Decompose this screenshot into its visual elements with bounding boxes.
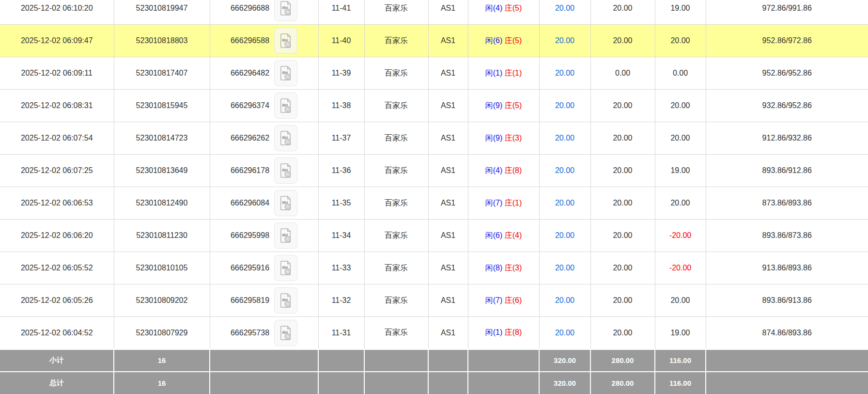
game-number-cell: 666296482 [210,57,318,90]
win-loss-cell: -20.00 [655,252,706,284]
summary-empty-round-cell [318,372,364,394]
video-replay-button[interactable] [274,222,297,249]
player-result: 闲(4) [485,4,503,12]
video-replay-button[interactable] [274,255,297,281]
bet-amount-link[interactable]: 20.00 [555,101,574,110]
round-text: 11-40 [332,36,351,45]
table-name-text: AS1 [441,264,455,272]
player-result: 闲(1) [485,69,503,77]
summary-valid-total-text: 280.00 [612,379,634,387]
table-row[interactable]: 2025-12-02 06:07:25523010813649666296178… [0,155,868,187]
win-loss-cell: 20.00 [655,284,706,317]
banker-result: 庄(3) [505,134,522,142]
win-loss-cell: 20.00 [655,187,706,220]
table-row[interactable]: 2025-12-02 06:05:52523010810105666295916… [0,252,868,284]
video-replay-button[interactable] [274,287,297,314]
table-row[interactable]: 2025-12-02 06:09:11523010817407666296482… [0,57,868,90]
player-result: 闲(4) [485,166,503,174]
bet-amount-link[interactable]: 20.00 [555,231,574,239]
summary-empty-game-cell [364,349,428,372]
video-replay-icon [279,228,293,243]
bet-amount-link[interactable]: 20.00 [555,134,574,142]
game-name-text: 百家乐 [385,296,408,304]
video-replay-button[interactable] [274,60,297,86]
player-result: 闲(7) [485,296,503,304]
bet-amount-link[interactable]: 20.00 [555,199,574,207]
video-replay-button[interactable] [274,28,297,54]
bet-time-text: 2025-12-02 06:06:53 [21,199,93,207]
table-row[interactable]: 2025-12-02 06:07:54523010814723666296262… [0,122,868,155]
video-replay-button[interactable] [274,0,297,21]
summary-empty-round-cell [318,349,364,372]
summary-bet-total-text: 320.00 [554,379,576,387]
bet-amount-link[interactable]: 20.00 [555,329,574,337]
order-number-cell: 523010815945 [114,90,210,122]
summary-label-cell: 总计 [0,372,114,394]
video-replay-button[interactable] [274,125,297,151]
game-number-cell: 666295819 [210,284,318,317]
bet-amount-cell: 20.00 [539,57,590,90]
result-cell: 闲(4) 庄(5) [468,0,539,25]
bet-time-text: 2025-12-02 06:09:11 [21,69,93,77]
result-cell: 闲(7) 庄(1) [468,187,539,220]
order-number-text: 523010810105 [136,264,188,272]
game-number-text: 666296374 [231,101,269,110]
game-number-text: 666295819 [231,296,269,305]
table-row[interactable]: 2025-12-02 06:04:52523010807929666295738… [0,317,868,349]
video-replay-button[interactable] [274,190,297,216]
valid-amount-text: 20.00 [613,36,632,45]
round-text: 11-35 [332,199,351,207]
order-number-cell: 523010813649 [114,155,210,187]
round-text: 11-32 [332,296,351,304]
table-row[interactable]: 2025-12-02 06:10:20523010819947666296688… [0,0,868,25]
game-name-cell: 百家乐 [364,284,428,317]
bet-time-cell: 2025-12-02 06:04:52 [0,317,114,349]
summary-empty-result-cell [468,349,539,372]
order-number-cell: 523010807929 [114,317,210,349]
bet-amount-link[interactable]: 20.00 [555,264,574,272]
valid-amount-cell: 20.00 [590,187,655,220]
game-number-cell: 666296084 [210,187,318,220]
win-loss-text: 20.00 [670,296,690,304]
bet-amount-link[interactable]: 20.00 [555,166,574,174]
game-number-text: 666295998 [231,231,269,240]
bet-amount-link[interactable]: 20.00 [555,296,574,304]
table-name-text: AS1 [441,69,455,77]
video-replay-button[interactable] [274,320,297,346]
bet-amount-link[interactable]: 20.00 [555,69,574,77]
summary-win-loss-total-text: 116.00 [669,379,691,387]
game-name-cell: 百家乐 [364,220,428,252]
valid-amount-text: 20.00 [613,231,632,239]
table-row[interactable]: 2025-12-02 06:09:47523010818803666296588… [0,25,868,57]
valid-amount-text: 20.00 [613,4,632,12]
game-number-wrap: 666296262 [210,125,318,151]
table-name-text: AS1 [441,231,455,239]
summary-bet-total-text: 320.00 [554,356,576,364]
win-loss-text: 19.00 [670,329,690,337]
table-name-text: AS1 [441,134,455,142]
bet-amount-link[interactable]: 20.00 [555,36,574,45]
result-cell: 闲(4) 庄(8) [468,155,539,187]
table-row[interactable]: 2025-12-02 06:06:20523010811230666295998… [0,220,868,252]
table-row[interactable]: 2025-12-02 06:08:31523010815945666296374… [0,90,868,122]
win-loss-text: 20.00 [670,101,690,110]
video-replay-button[interactable] [274,158,297,184]
summary-valid-total-text: 280.00 [612,356,634,364]
game-name-cell: 百家乐 [364,187,428,220]
table-row[interactable]: 2025-12-02 06:06:53523010812490666296084… [0,187,868,220]
order-number-text: 523010811230 [136,231,187,239]
result-cell: 闲(8) 庄(3) [468,252,539,284]
summary-empty-game-cell [364,372,428,394]
table-row[interactable]: 2025-12-02 06:05:26523010809202666295819… [0,284,868,317]
bet-time-text: 2025-12-02 06:07:54 [21,134,93,142]
balance-text: 893.86/912.86 [762,166,812,174]
player-result: 闲(9) [485,134,503,142]
win-loss-text: 0.00 [673,69,688,77]
summary-win-loss-total-text: 116.00 [669,356,691,364]
order-number-text: 523010812490 [136,199,188,207]
video-replay-button[interactable] [274,93,297,119]
summary-label-text: 小计 [49,356,64,364]
table-name-text: AS1 [441,36,455,45]
summary-valid-total-cell: 280.00 [590,349,655,372]
bet-amount-link[interactable]: 20.00 [555,4,574,12]
